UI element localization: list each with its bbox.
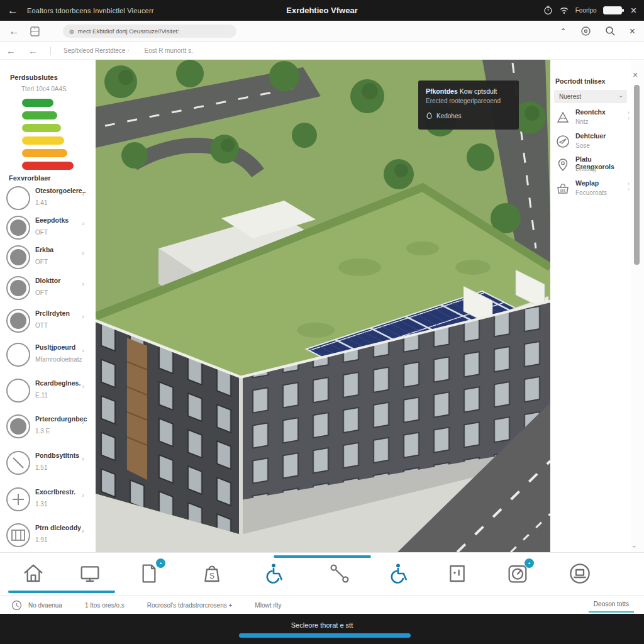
location-pin-icon: [555, 157, 570, 172]
sidebar-item[interactable]: Erkba OFT ›: [0, 245, 96, 274]
accessibility-tool-button[interactable]: [261, 561, 289, 589]
breadcrumb[interactable]: Sep/txleod Rerstdtece ·: [64, 47, 130, 54]
panel-item[interactable]: Weplap Focuoroats ››: [554, 180, 630, 201]
chevron-icon: ›: [82, 219, 84, 227]
panel-heading: Pocrtodt tnlisex: [555, 77, 605, 85]
status-message: Secleore thorat e stt: [0, 621, 644, 629]
panel-item[interactable]: Platu Crengxorols Dnsstig: [554, 156, 630, 177]
chevron-icon: ›: [82, 313, 84, 320]
panel-item-sublabel: Focuoroats: [575, 189, 607, 196]
breadcrumb-secondary[interactable]: Eost R munortt s.: [145, 47, 193, 54]
progress-bar: [239, 633, 411, 638]
device-tool-button[interactable]: [567, 561, 595, 589]
panel-close-icon[interactable]: ×: [633, 70, 638, 80]
tooltip-subtitle: Erected rootegerlpareoend: [426, 97, 511, 104]
nav-back-secondary-icon[interactable]: ←: [28, 45, 38, 56]
sidebar-item[interactable]: Exocrlbrestr. 1.31 ›: [0, 487, 96, 516]
tab-item[interactable]: No dvaenua: [28, 602, 62, 609]
circle-slash-icon: [6, 451, 30, 475]
sidebar-subheading: Tterl 10c4 0A4S: [21, 86, 67, 92]
sidebar-item[interactable]: Prcllrdyten OTT ›: [0, 309, 96, 338]
window-close-button[interactable]: ×: [631, 5, 636, 16]
tab-item[interactable]: 1 Itos ores/o.s: [85, 602, 125, 609]
panel-item[interactable]: Reontchx Nntz ››: [554, 109, 630, 130]
sidebar-item[interactable]: Pondbsytltnts 1.51 ›: [0, 451, 96, 480]
home-tool-button[interactable]: [21, 561, 48, 589]
panel-item-sublabel: Sose: [575, 142, 590, 149]
sidebar-item-value: OTT: [35, 322, 86, 329]
circle-filled-icon: [6, 245, 30, 269]
scroll-down-chevron-icon[interactable]: ›: [633, 543, 636, 550]
tool-group-indicator: [274, 555, 371, 558]
back-arrow-icon[interactable]: ←: [8, 4, 18, 17]
monitor-tool-button[interactable]: [77, 561, 105, 589]
window-subtitle: Eoaltors tdoorbcens Invnbictlel Vieucerr: [27, 7, 154, 14]
navigate-icon: [555, 134, 570, 149]
target-icon[interactable]: [580, 26, 591, 36]
circle-filled-icon: [6, 414, 30, 438]
energy-label: [22, 99, 74, 170]
search-icon[interactable]: [605, 26, 616, 36]
nav-back-icon[interactable]: ←: [6, 45, 16, 56]
model-viewport[interactable]: Pfkontdes Kow cptsdult Erected rootegerl…: [96, 60, 550, 552]
sidebar-item[interactable]: Eeepdotks OFT ›: [0, 216, 96, 245]
panel-item-label: Reontchx: [575, 109, 630, 116]
sidebar-item-label: Ptrn dlcleoddy: [35, 525, 84, 532]
left-sidebar: Perdsubslutes Tterl 10c4 0A4S Fexvrorbla…: [0, 60, 96, 552]
sidebar-item-label: Eeepdotks: [35, 217, 84, 225]
wifi-icon: [559, 6, 569, 14]
viewer-tooltip: Pfkontdes Kow cptsdult Erected rootegerl…: [418, 80, 519, 130]
tooltip-link[interactable]: Kedohes: [436, 113, 461, 119]
tab-item[interactable]: Rocrosol's tdradstrorcrosens +: [147, 602, 233, 609]
browser-back-button[interactable]: ←: [9, 25, 19, 38]
circle-outline-icon: [6, 186, 30, 210]
url-text: mect Ekbtdiof dortj Oeusrcuze//Visitet:: [78, 28, 179, 35]
chevron-icon: ›: [82, 527, 84, 535]
circle-outline-icon: [6, 379, 30, 402]
expand-chevrons-icon: ››: [628, 110, 630, 121]
sidebar-item-value: OFT: [35, 229, 86, 236]
purchase-bag-tool-button[interactable]: S: [199, 561, 227, 589]
sidebar-item-value: OFT: [35, 258, 86, 265]
sidebar-item-label: Dlokttor: [35, 277, 84, 285]
building-3d-render: [96, 60, 550, 552]
address-bar[interactable]: ◍ mect Ekbtdiof dortj Oeusrcuze//Visitet…: [63, 25, 236, 38]
accessibility-tool-button[interactable]: [386, 561, 413, 589]
sidebar-item[interactable]: Otestorgoelere.. 1.41 ›: [0, 186, 96, 215]
sidebar-item-label: Otestorgoelere..: [35, 187, 84, 195]
chevron-icon: ›: [82, 382, 84, 390]
collapse-chevron-icon[interactable]: ⌃: [560, 27, 567, 36]
energy-bar: [22, 99, 53, 107]
sidebar-item[interactable]: Dlokttor OFT ›: [0, 276, 96, 305]
circle-filled-icon: [6, 276, 30, 300]
notification-badge: •: [156, 558, 165, 568]
panel-item-sublabel: Nntz: [575, 118, 589, 125]
filter-select[interactable]: Nuerest ›: [554, 90, 627, 103]
tab-item[interactable]: Mlowt rlty: [255, 602, 281, 609]
leaf-icon: [426, 112, 433, 119]
browser-toolbar: ← ◍ mect Ekbtdiof dortj Oeusrcuze//Visit…: [0, 21, 644, 42]
save-page-icon[interactable]: [30, 26, 40, 37]
sidebar-item[interactable]: Rcardbeglnes. E.11 ›: [0, 379, 96, 408]
chevron-icon: ›: [82, 280, 84, 287]
sidebar-item[interactable]: Pusltjpoeurd Mfamrooloetnatz ›: [0, 343, 96, 372]
document-tool-button[interactable]: •: [136, 561, 164, 589]
sidebar-item-value: 1.41: [35, 199, 86, 206]
sidebar-item[interactable]: Ptrn dlcleoddy 1.91 ›: [0, 523, 96, 552]
tooltip-title: Pfkontdes: [426, 87, 458, 95]
window-titlebar: ← Eoaltors tdoorbcens Invnbictlel Vieuce…: [0, 0, 644, 21]
panel-item[interactable]: Dehtcluer Sose: [554, 133, 630, 154]
sidebar-item[interactable]: Prtercrdurgnbec 1.3 E ›: [0, 414, 96, 443]
breadcrumb-bar: ← ← Sep/txleod Rerstdtece · Eost R munor…: [0, 42, 644, 60]
chart-tool-button[interactable]: •: [505, 561, 533, 589]
scrollbar-thumb[interactable]: [634, 85, 640, 265]
tab-item-active[interactable]: Deoson totts: [589, 598, 634, 613]
switch-panel-tool-button[interactable]: [445, 561, 472, 589]
sidebar-heading: Perdsubslutes: [10, 74, 58, 81]
chevron-icon: ›: [82, 249, 84, 257]
measure-tool-button[interactable]: [327, 561, 355, 589]
scrollbar[interactable]: × ›: [631, 60, 644, 552]
close-icon[interactable]: ×: [630, 26, 635, 37]
circle-plus-icon: [6, 487, 30, 511]
expand-chevrons-icon: ››: [628, 181, 630, 192]
